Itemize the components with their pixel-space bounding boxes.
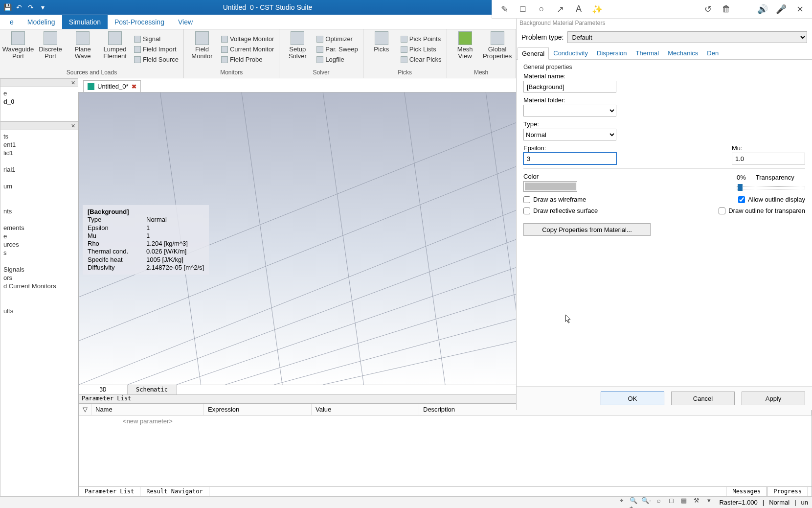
zoom-in-icon[interactable]: 🔍+ [630, 500, 638, 508]
ribbon-tab-file[interactable]: e [3, 15, 21, 29]
list-item[interactable]: um [2, 182, 76, 190]
plane-wave-button[interactable]: PlaneWave [68, 30, 98, 68]
zoom-out-icon[interactable]: 🔍- [642, 496, 651, 505]
chk-reflective[interactable]: Draw reflective surface [523, 207, 598, 214]
tab-thermal[interactable]: Thermal [631, 47, 663, 59]
copy-properties-button[interactable]: Copy Properties from Material... [523, 223, 651, 236]
discrete-port-button[interactable]: DiscretePort [35, 30, 66, 68]
list-item[interactable] [2, 199, 76, 207]
current-monitor-button[interactable]: Current Monitor [219, 45, 276, 54]
list-item[interactable] [2, 157, 76, 165]
close-icon[interactable]: ✖ [132, 83, 136, 90]
close-icon[interactable]: ✕ [70, 123, 76, 129]
material-name-input[interactable] [523, 81, 616, 92]
list-item[interactable]: e [2, 232, 76, 240]
mic-icon[interactable]: 🎤 [776, 4, 787, 15]
list-item[interactable]: d Current Monitors [2, 282, 76, 290]
list-item[interactable]: ements [2, 224, 76, 232]
save-icon[interactable]: 💾 [3, 3, 12, 12]
list-item[interactable]: nts [2, 207, 76, 215]
mesh-view-button[interactable]: MeshView [450, 30, 480, 68]
new-parameter-placeholder[interactable]: <new parameter> [91, 416, 204, 427]
tab-dispersion[interactable]: Dispersion [592, 47, 631, 59]
view-box-icon[interactable]: ◻ [667, 496, 676, 505]
nav-tree-2[interactable]: tsent1lid1 rial1 um nts ementseurcess Si… [0, 130, 78, 496]
optimizer-button[interactable]: Optimizer [315, 34, 360, 44]
apply-button[interactable]: Apply [742, 392, 805, 405]
zoom-reset-icon[interactable]: ⌕ [654, 496, 663, 505]
circle-icon[interactable]: ○ [536, 4, 547, 15]
undo-icon[interactable]: ↺ [702, 4, 713, 15]
global-properties-button[interactable]: GlobalProperties [482, 30, 513, 68]
wand-icon[interactable]: ✨ [592, 4, 603, 15]
list-item[interactable]: d_0 [2, 97, 76, 106]
material-type-select[interactable]: Normal [523, 129, 616, 140]
list-item[interactable]: ors [2, 274, 76, 282]
ribbon-tab-postprocessing[interactable]: Post-Processing [108, 15, 171, 29]
chk-outline-transp[interactable]: Draw outline for transparen [719, 207, 805, 214]
list-item[interactable]: e [2, 89, 76, 97]
list-item[interactable] [2, 190, 76, 199]
close-icon[interactable]: ✕ [70, 80, 76, 86]
field-monitor-button[interactable]: FieldMonitor [187, 30, 217, 68]
redo-icon[interactable]: ↷ [26, 3, 35, 12]
chk-outline[interactable]: Allow outline display [738, 196, 805, 203]
col-expression[interactable]: Expression [204, 404, 312, 415]
problem-type-select[interactable]: Default [567, 31, 807, 43]
field-source-button[interactable]: Field Source [132, 55, 180, 64]
pencil-icon[interactable]: ✎ [499, 4, 510, 15]
speaker-icon[interactable]: 🔊 [757, 4, 768, 15]
list-item[interactable] [2, 290, 76, 299]
tab-general[interactable]: General [518, 47, 549, 60]
qat-dropdown-icon[interactable]: ▾ [38, 3, 47, 12]
list-item[interactable]: rial1 [2, 165, 76, 174]
square-icon[interactable]: □ [518, 4, 528, 15]
chk-wireframe[interactable]: Draw as wireframe [523, 196, 586, 203]
epsilon-input[interactable] [523, 153, 616, 164]
mu-input[interactable] [732, 153, 805, 164]
ribbon-tab-simulation[interactable]: Simulation [62, 15, 108, 29]
signal-button[interactable]: Signal [132, 34, 180, 44]
tab-conductivity[interactable]: Conductivity [549, 47, 592, 59]
ok-button[interactable]: OK [601, 392, 664, 405]
parameter-grid[interactable]: ▽ Name Expression Value Description <new… [78, 404, 812, 487]
cancel-button[interactable]: Cancel [671, 392, 735, 405]
list-item[interactable]: ent1 [2, 140, 76, 149]
list-item[interactable]: Signals [2, 265, 76, 274]
tab-result-navigator[interactable]: Result Navigator [140, 487, 209, 496]
close-icon[interactable]: ✕ [794, 4, 805, 15]
nav-tree-1[interactable]: e d_0 [0, 87, 78, 121]
view-tab-schematic[interactable]: Schematic [128, 385, 177, 394]
tab-messages[interactable]: Messages [726, 486, 767, 496]
list-item[interactable] [2, 299, 76, 307]
picks-button[interactable]: Picks [366, 30, 397, 68]
view-tool-icon[interactable]: ⚒ [692, 496, 701, 505]
waveguide-port-button[interactable]: WaveguidePort [3, 30, 33, 68]
setup-solver-button[interactable]: SetupSolver [282, 30, 313, 68]
logfile-button[interactable]: Logfile [315, 55, 360, 64]
list-item[interactable]: ults [2, 307, 76, 315]
pick-points-button[interactable]: Pick Points [399, 34, 444, 44]
list-item[interactable]: lid1 [2, 149, 76, 157]
filter-icon[interactable]: ▽ [79, 404, 91, 415]
document-tab[interactable]: Untitled_0* ✖ [83, 80, 141, 92]
list-item[interactable] [2, 257, 76, 265]
list-item[interactable] [2, 174, 76, 182]
material-folder-select[interactable] [523, 105, 616, 116]
field-import-button[interactable]: Field Import [132, 45, 180, 54]
ribbon-tab-modeling[interactable]: Modeling [21, 15, 62, 29]
trash-icon[interactable]: 🗑 [721, 4, 732, 15]
field-probe-button[interactable]: Field Probe [219, 55, 276, 64]
par-sweep-button[interactable]: Par. Sweep [315, 45, 360, 54]
pick-lists-button[interactable]: Pick Lists [399, 45, 444, 54]
chevron-down-icon[interactable]: ▾ [704, 496, 713, 505]
view-tab-3d[interactable]: 3D [79, 385, 128, 394]
col-name[interactable]: Name [91, 404, 204, 415]
lumped-element-button[interactable]: LumpedElement [100, 30, 130, 68]
col-value[interactable]: Value [312, 404, 419, 415]
list-item[interactable]: s [2, 249, 76, 257]
zoom-fit-icon[interactable]: ⌖ [617, 496, 626, 505]
arrow-icon[interactable]: ↗ [555, 4, 565, 15]
list-item[interactable]: urces [2, 240, 76, 249]
view-axes-icon[interactable]: ▤ [679, 496, 688, 505]
